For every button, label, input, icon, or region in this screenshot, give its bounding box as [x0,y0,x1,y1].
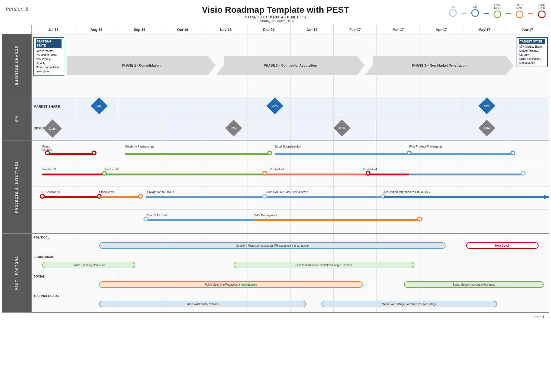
kpi-diamond-3m-2: £3m [481,122,493,134]
phase3-arrow: PHASE 3 – New Market Penetration [365,56,514,75]
label-prodv2: Product v2 [104,168,119,171]
kpi-diamond-40pct: 40% [481,100,493,112]
circle-cloudsastrial-start [143,217,148,221]
label-celebrity: Celebrity Partnerships [125,145,154,148]
legend-low-risk: LOWRISK [494,4,501,18]
label-social: SOCIAL [34,275,45,278]
kpi-diamond-2m: £2m [228,122,240,134]
page-number: Page 1 [533,315,544,319]
circle-celebrity-end [267,151,272,155]
label-acqmig: Acquisition Migration to Cloud SAS [384,190,430,194]
kpi-diamond-1.2m: £1.2m [46,122,59,135]
circle-itv1-start [40,194,45,199]
phases-container: PHASE 1 - Consolidation PHASE 2 – Compet… [67,56,514,75]
kpi-diamond-3pct: 3% [93,100,105,112]
target-state-title: TARGET STATE [519,39,545,44]
business-content: STARTING STATE Late to market.3% Market … [32,34,549,97]
month-cell-May-17: May-17 [463,25,506,34]
month-cell-Apr-17: Apr-17 [420,25,463,34]
label-prodv3: Product v3 [270,168,284,171]
proj-divider-2 [32,187,549,187]
circle-prodv4-start [366,171,370,176]
version-label: Version 5 [5,6,28,12]
bar-prodv1 [42,174,104,175]
circle-stabilisev1-end [138,194,143,199]
legend-connector-3 [506,13,511,14]
market-share-label: MARKET SHARE [34,105,60,109]
bar-itlinux [146,196,270,198]
pest-bar-mobile-web: Mobile Web Usage overtakes PC Web Usage [321,301,497,307]
bar-stabilisev1 [99,196,141,198]
month-cell-Sep-16: Sep-16 [118,25,161,34]
label-sport: Sport Sponsorships [275,145,301,148]
month-cell-Feb-17: Feb-17 [334,25,377,34]
page-header: Version 5 Visio Roadmap Template with PE… [0,0,551,25]
business-label-wrapper: BUSINESS CHANGE [2,34,32,97]
bar-film [409,153,513,155]
target-state-content: 40% Market Share.Mature Product.UK only.… [519,45,545,65]
bar-sasdeployment [254,219,420,221]
legend-circle-ok [471,9,479,17]
legend-tbc: TBC [449,5,457,17]
pest-content: POLITICAL ECONOMICAL SOCIAL TECHNOLOGICA… [32,234,549,312]
kpi-diamond-20pct: 20% [269,100,281,112]
month-cell-Aug-16: Aug-16 [75,25,118,34]
circle-prodv4-end [521,171,526,176]
label-cloudsas: Cloud SAS API; dev, test & prove [265,190,308,194]
bar-prodv4-blue [409,174,523,175]
pest-bar-public-wan: Public WAN widely available [99,301,306,307]
legend-med-risk: MEDRISK [516,4,523,18]
legend-high-risk: HIGHRISK [538,4,546,18]
label-political: POLITICAL [34,236,49,239]
bar-itv1 [42,196,99,198]
circle-cloudsas-start [262,194,267,199]
circle-prodv3-start [262,171,267,176]
bar-cloudsas [265,196,384,198]
label-technological: TECHNOLOGICAL [34,294,60,298]
starting-state-content: Late to market.3% Market Share.New Produ… [36,49,62,73]
pest-bar-social-networking: Social Networking core to business [404,281,544,288]
month-cell-Nov-16: Nov-16 [204,25,247,34]
pest-bar-facebook: Facebook Revenue overtakes Google Revenu… [234,262,414,268]
bar-press-launch [47,153,94,155]
legend-connector-4 [528,13,533,14]
proj-divider-3 [32,209,549,210]
kpi-label-wrapper: KPI [2,97,32,141]
pest-bar-new-govt: New Govt? [466,242,539,249]
pest-div-2 [32,273,549,273]
bar-cloudsastrial [146,219,260,221]
label-film: Film Product Placements [409,145,442,148]
page-footer: Page 1 [0,313,551,321]
pest-bar-google-microsoft: Google & Microsoft monopolies PR issues … [99,242,446,249]
phase1-arrow: PHASE 1 - Consolidation [67,56,216,75]
legend-circle-tbc [449,9,457,17]
label-stabilisev1: Stabilise v1 [99,190,114,194]
circle-prodv2-start [102,171,107,176]
legend-ok: OK [471,5,479,17]
month-cell-Jun-17: Jun-17 [506,25,549,34]
pest-label-wrapper: PEST - FACTORS [2,234,32,312]
circle-press-launch-start [45,151,50,155]
business-section: BUSINESS CHANGE STARTING STATE Late to m… [2,34,549,97]
pest-div-1 [32,253,549,253]
bar-prodv3 [265,174,373,175]
business-label: BUSINESS CHANGE [2,34,31,97]
legend-circle-med [516,11,523,18]
pest-div-3 [32,292,549,292]
label-sasdeployment: SAS Deployment [254,214,277,217]
label-itlinux: IT Migration to LINUX [146,190,175,194]
label-economical: ECONOMICAL [34,255,54,259]
circle-film-end [510,151,515,155]
timeline-header: Jul-16Aug-16Sep-16Oct-16Nov-16Dec-16Jan-… [2,25,549,34]
month-cell-Jan-17: Jan-17 [291,25,334,34]
kpi-row1-bg [32,97,549,119]
legend-circle-low [494,11,501,18]
legend-connector-2 [484,13,489,14]
label-prodv4: Product v4 [363,168,377,171]
label-cloudsastrial: Cloud SAS Trial [146,214,167,217]
bar-sport [275,153,409,155]
bar-acqmig [384,196,549,198]
label-itv1: IT Solution v1 [42,190,60,194]
kpi-diamond-3m-1: £3m [336,122,348,134]
header-spacer [2,25,32,34]
